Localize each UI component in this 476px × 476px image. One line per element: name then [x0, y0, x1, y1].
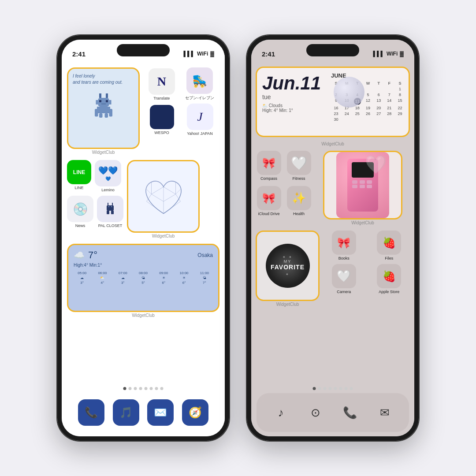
- phone1-content: I feel lonely and tears are coming out.: [62, 64, 225, 392]
- weather-hour-0: 05:00 ☁ 3°: [78, 271, 86, 285]
- phone1-widget1[interactable]: I feel lonely and tears are coming out.: [67, 67, 140, 149]
- pearl-decoration: [334, 77, 364, 108]
- phone1-row2: LINE LINE 💙💙 💙 Lemino: [67, 160, 219, 240]
- hour-label-1: 06:00: [98, 271, 107, 275]
- translate-label: Translate: [153, 96, 170, 100]
- phone2-cal-label: WidgetClub: [321, 141, 344, 148]
- svg-rect-15: [107, 205, 114, 211]
- cal-d-20: 20: [374, 105, 384, 111]
- phone1-heart-label: WidgetClub: [152, 233, 175, 240]
- phone2-calendar[interactable]: Jun.11 tue 🌥️ Clouds High: 4° Min: 1° JU…: [256, 67, 410, 137]
- phone2-bottom: ✦ ✦ MY FAVORITE ✦ WidgetClub 🎀 Books: [256, 231, 410, 309]
- svg-rect-6: [106, 100, 108, 102]
- dock-music[interactable]: 🎵: [113, 399, 139, 426]
- app-palcloset[interactable]: PAL CLOSET: [97, 196, 123, 228]
- app-translate[interactable]: N Translate: [149, 68, 175, 100]
- retro-phone-img: 🤍: [336, 152, 389, 218]
- app-fitness[interactable]: 🤍 Fitness: [286, 151, 312, 181]
- dock-safari[interactable]: 🧭: [182, 399, 208, 426]
- phone2-right-row1: 🎀 Books 🍓 Files: [323, 231, 410, 260]
- phone1-weather-widget[interactable]: ☁️ 7° Osaka High:4° Min:1° 05:00 ☁ 3° 06…: [67, 244, 219, 312]
- cal-d-26: 26: [363, 111, 373, 116]
- cal-d-12: 12: [363, 98, 373, 105]
- hour-temp-0: 3°: [80, 281, 84, 285]
- cal-d-25: 25: [352, 111, 362, 116]
- lemino-label: Lemino: [101, 188, 115, 192]
- phone2-favorite-widget[interactable]: ✦ ✦ MY FAVORITE ✦: [256, 231, 320, 301]
- cal-d-22: 22: [395, 105, 405, 111]
- weather-temp: 7°: [88, 249, 97, 261]
- cal-d-16: 16: [331, 105, 341, 111]
- svg-line-27: [146, 201, 164, 214]
- hour-cloud-2: ☁: [121, 276, 125, 280]
- cal-h-w: W: [363, 81, 373, 86]
- camera-label: Camera: [337, 290, 351, 294]
- cal-d-19: 19: [363, 105, 373, 111]
- phone1-apps-row4: 💿 News: [67, 196, 123, 228]
- phone1-heart-widget[interactable]: [127, 160, 200, 233]
- app-files[interactable]: 🍓 Files: [376, 231, 402, 260]
- phone2-content: Jun.11 tue 🌥️ Clouds High: 4° Min: 1° JU…: [251, 64, 414, 392]
- phone2-phone-widget[interactable]: 🤍: [323, 151, 402, 219]
- hour-label-2: 07:00: [119, 271, 127, 275]
- dot-6: [155, 387, 158, 390]
- app-books[interactable]: 🎀 Books: [331, 231, 357, 260]
- app-icloud[interactable]: 🎀 iCloud Drive: [256, 186, 282, 216]
- p2-dock-music[interactable]: ♪: [270, 402, 292, 424]
- hour-sun-4: ☀: [162, 276, 165, 280]
- cal-d-13: 13: [374, 98, 384, 105]
- hour-temp-6: 7°: [203, 281, 206, 285]
- heart-wireframe-icon: [139, 175, 188, 219]
- weather-cloud-icon: ☁️: [74, 250, 85, 260]
- phone1-apps-col2: LINE LINE 💙💙 💙 Lemino: [67, 160, 123, 240]
- svg-rect-4: [109, 100, 111, 104]
- app-wespo[interactable]: WESPO: [150, 105, 174, 135]
- translate-icon: N: [149, 68, 175, 95]
- cal-day: tue: [262, 93, 322, 100]
- dot-3: [139, 387, 142, 390]
- favorite-my: MY: [284, 259, 292, 264]
- phone1-screen: 2:41 ▌▌▌ WiFi ▓ I feel lonely and tears …: [62, 40, 225, 436]
- app-health[interactable]: ✨ Health: [286, 186, 312, 216]
- fitness-icon: 🤍: [287, 151, 311, 175]
- svg-rect-11: [99, 113, 103, 118]
- phone2-right-icons: 🎀 Books 🍓 Files 🤍 Camera: [323, 231, 410, 309]
- app-lemino[interactable]: 💙💙 💙 Lemino: [95, 160, 121, 192]
- svg-rect-16: [108, 206, 109, 207]
- bunny-icon: [86, 89, 121, 124]
- dot-2: [134, 387, 137, 390]
- app-apple-store[interactable]: 🍓 Apple Store: [376, 264, 402, 294]
- p2-wifi-icon: WiFi: [387, 51, 398, 57]
- p2-dot-4: [334, 387, 337, 390]
- cal-h-s2: S: [395, 81, 405, 86]
- dock-mail[interactable]: ✉️: [147, 399, 174, 426]
- app-seven[interactable]: 🛼 セブン-イレブン: [185, 67, 214, 101]
- favorite-circle: ✦ ✦ MY FAVORITE ✦: [266, 244, 310, 288]
- svg-rect-8: [97, 107, 110, 113]
- cal-d-30: 30: [331, 117, 341, 122]
- phone2-cal-container: Jun.11 tue 🌥️ Clouds High: 4° Min: 1° JU…: [256, 67, 410, 148]
- p2-dock-mail[interactable]: ✉: [374, 402, 396, 424]
- phone2-time: 2:41: [262, 50, 275, 58]
- dock-phone[interactable]: 📞: [78, 399, 104, 426]
- hour-label-6: 11:00: [200, 271, 209, 275]
- p2-dock-safari[interactable]: ⊙: [305, 402, 327, 424]
- p2-dock-phone[interactable]: 📞: [339, 402, 361, 424]
- phone1-apps-row1: N Translate 🛼 セブン-イレブン: [143, 67, 219, 101]
- phone2-phone-label: WidgetClub: [351, 219, 374, 227]
- app-camera[interactable]: 🤍 Camera: [331, 264, 357, 294]
- palcloset-label: PAL CLOSET: [98, 223, 123, 228]
- p2-dot-0: [313, 387, 316, 390]
- app-compass[interactable]: 🎀 Compass: [256, 151, 282, 181]
- phone-keypad: [352, 180, 373, 188]
- app-news[interactable]: 💿 News: [67, 196, 93, 228]
- phone1-weather-label: WidgetClub: [132, 312, 155, 320]
- cal-weather: 🌥️ Clouds: [262, 103, 322, 108]
- cal-d-empty5: [374, 86, 384, 92]
- wespo-label: WESPO: [154, 130, 169, 135]
- cal-d-6: 6: [374, 92, 384, 97]
- app-line[interactable]: LINE LINE: [67, 160, 91, 192]
- cal-d-7: 7: [384, 92, 394, 97]
- app-yahoo[interactable]: J Yahoo! JAPAN: [187, 104, 213, 136]
- cal-date-side: Jun.11 tue 🌥️ Clouds High: 4° Min: 1°: [257, 68, 327, 136]
